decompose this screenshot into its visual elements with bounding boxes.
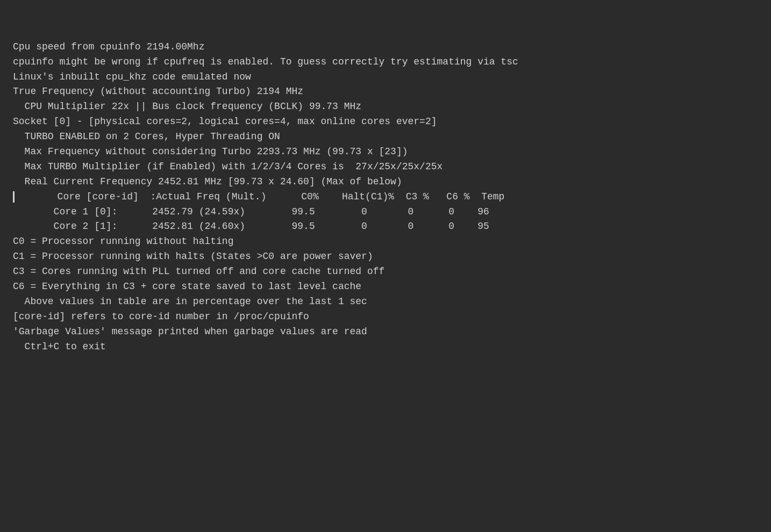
terminal-line: True Frequency (without accounting Turbo… bbox=[13, 84, 758, 99]
terminal-cursor bbox=[13, 191, 15, 203]
terminal-line: Core [core-id] :Actual Freq (Mult.) C0% … bbox=[13, 190, 758, 205]
terminal-line: [core-id] refers to core-id number in /p… bbox=[13, 310, 758, 325]
terminal-line: 'Garbage Values' message printed when ga… bbox=[13, 325, 758, 340]
terminal-line: Ctrl+C to exit bbox=[13, 340, 758, 355]
terminal-line: C3 = Cores running with PLL turned off a… bbox=[13, 264, 758, 279]
terminal-line: Real Current Frequency 2452.81 MHz [99.7… bbox=[13, 175, 758, 190]
terminal-line: C0 = Processor running without halting bbox=[13, 234, 758, 249]
terminal-line: cpuinfo might be wrong if cpufreq is ena… bbox=[13, 55, 758, 70]
terminal-line: Core 2 [1]: 2452.81 (24.60x) 99.5 0 0 0 … bbox=[13, 219, 758, 234]
terminal-line: C6 = Everything in C3 + core state saved… bbox=[13, 279, 758, 294]
terminal-line: TURBO ENABLED on 2 Cores, Hyper Threadin… bbox=[13, 130, 758, 145]
terminal-output: Cpu speed from cpuinfo 2194.00Mhzcpuinfo… bbox=[13, 10, 758, 369]
terminal-line: Max Frequency without considering Turbo … bbox=[13, 145, 758, 160]
terminal-line: C1 = Processor running with halts (State… bbox=[13, 249, 758, 264]
terminal-line: Cpu speed from cpuinfo 2194.00Mhz bbox=[13, 40, 758, 55]
terminal-line: Max TURBO Multiplier (if Enabled) with 1… bbox=[13, 160, 758, 175]
terminal-line: CPU Multiplier 22x || Bus clock frequenc… bbox=[13, 99, 758, 114]
terminal-line: Linux's inbuilt cpu_khz code emulated no… bbox=[13, 70, 758, 85]
terminal-line: Socket [0] - [physical cores=2, logical … bbox=[13, 114, 758, 130]
terminal-line: Core 1 [0]: 2452.79 (24.59x) 99.5 0 0 0 … bbox=[13, 205, 758, 220]
terminal-line: Above values in table are in percentage … bbox=[13, 294, 758, 310]
